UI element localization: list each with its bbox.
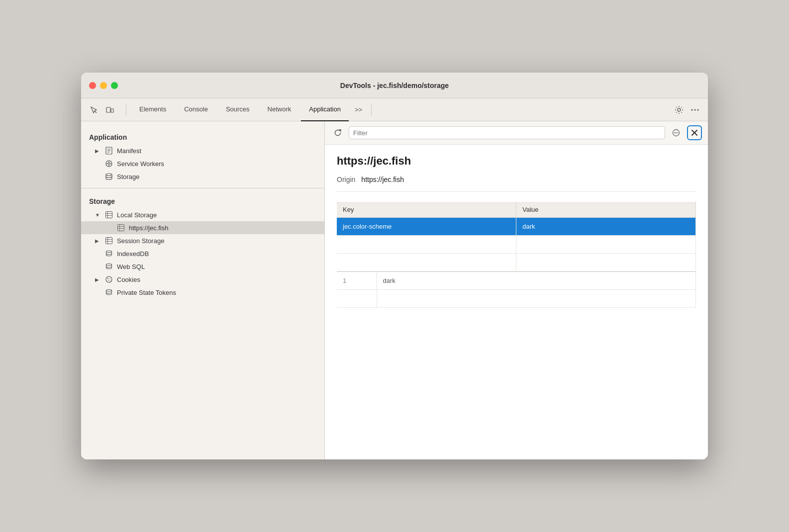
svg-point-4 [691,109,693,110]
service-workers-icon [105,160,113,168]
storage-table-body: jec.color-scheme dark [337,218,696,271]
sidebar-inner: Application ▶ Manifest [81,129,324,299]
svg-point-6 [697,109,699,110]
svg-point-12 [108,163,110,165]
toolbar-separator [126,104,126,116]
settings-btn[interactable] [672,103,686,117]
tab-console[interactable]: Console [176,98,216,121]
sidebar-item-storage-app[interactable]: ▶ Storage [81,170,324,183]
traffic-lights [89,82,118,89]
cookies-arrow: ▶ [95,277,101,282]
table-cell-empty [337,236,516,254]
tab-network[interactable]: Network [260,98,299,121]
sidebar-item-cookies[interactable]: ▶ Cookies [81,273,324,286]
svg-point-30 [106,251,112,253]
table-row-empty-1 [337,236,696,254]
minimize-traffic-light[interactable] [100,82,107,89]
tab-elements[interactable]: Elements [131,98,174,121]
local-storage-icon [105,211,113,219]
cookies-icon [105,275,113,283]
reload-icon [334,129,342,137]
svg-point-36 [109,280,110,281]
devtools-toolbar: Elements Console Sources Network Applica… [81,98,708,121]
main-area: Application ▶ Manifest [81,121,708,459]
local-storage-arrow: ▼ [95,212,101,218]
bottom-table-row: 1 dark [337,272,696,290]
tab-more[interactable]: >> [351,104,366,115]
table-cell-empty-3 [337,254,516,271]
sidebar-divider-1 [81,188,324,188]
filter-input[interactable] [349,126,665,139]
sidebar-item-local-storage[interactable]: ▼ Local Storage [81,208,324,221]
sidebar-item-local-storage-url[interactable]: ▶ https://jec.fish [81,221,324,234]
sidebar-item-private-state-tokens[interactable]: ▶ Private State Tokens [81,286,324,299]
bottom-detail-table: 1 dark [337,271,696,308]
origin-label: Origin [337,176,355,183]
reload-button[interactable] [331,126,345,140]
svg-rect-1 [106,107,110,112]
origin-title: https://jec.fish [337,155,696,168]
table-row[interactable]: jec.color-scheme dark [337,218,696,236]
close-traffic-light[interactable] [89,82,96,89]
storage-table: Key Value jec.color-scheme dark [337,202,696,271]
private-state-tokens-label: Private State Tokens [117,289,176,296]
table-row-empty-2 [337,254,696,271]
device-toggle-btn[interactable] [103,103,117,117]
manifest-arrow: ▶ [95,148,101,154]
title-bar: DevTools - jec.fish/demo/storage [81,73,708,98]
local-storage-url-label: https://jec.fish [129,224,168,232]
sidebar-item-web-sql[interactable]: ▶ Web SQL [81,260,324,273]
local-storage-label: Local Storage [117,211,157,219]
col-key-header: Key [337,202,516,218]
table-cell-value: dark [516,218,696,236]
sidebar: Application ▶ Manifest [81,121,325,459]
svg-point-31 [106,264,112,266]
toolbar-right [672,103,702,117]
close-icon [691,129,698,136]
window-title: DevTools - jec.fish/demo/storage [340,82,449,89]
toolbar-icons [87,103,117,117]
sidebar-item-indexeddb[interactable]: ▶ IndexedDB [81,247,324,260]
origin-row: Origin https://jec.fish [337,176,696,192]
toolbar-separator-2 [371,104,372,116]
cursor-icon-btn[interactable] [87,103,101,117]
bottom-index: 1 [337,272,377,290]
indexeddb-label: IndexedDB [117,250,149,258]
sidebar-item-manifest[interactable]: ▶ Manifest [81,144,324,157]
clear-filter-button[interactable] [669,126,683,140]
table-cell-key: jec.color-scheme [337,218,516,236]
svg-point-5 [694,109,696,110]
sidebar-item-session-storage[interactable]: ▶ Session Storage [81,234,324,247]
svg-point-32 [106,276,112,282]
content-body: https://jec.fish Origin https://jec.fish… [325,145,708,459]
more-options-btn[interactable] [688,103,702,117]
devtools-window: DevTools - jec.fish/demo/storage Element… [81,73,708,459]
service-workers-label: Service Workers [117,160,164,168]
storage-app-icon [105,173,113,180]
col-value-header: Value [516,202,696,218]
svg-line-0 [95,111,97,113]
table-cell-empty-4 [516,254,696,271]
fullscreen-traffic-light[interactable] [111,82,118,89]
svg-rect-26 [106,238,112,244]
content-area: https://jec.fish Origin https://jec.fish… [325,121,708,459]
svg-rect-2 [111,109,113,112]
indexeddb-icon [105,250,113,258]
tab-application[interactable]: Application [301,98,349,121]
bottom-table-body: 1 dark [337,272,696,308]
web-sql-label: Web SQL [117,263,145,270]
bottom-table-row-empty [337,290,696,308]
sidebar-item-service-workers[interactable]: ▶ Service Workers [81,157,324,170]
device-icon [106,106,114,114]
cookies-label: Cookies [117,276,140,283]
manifest-label: Manifest [117,147,141,155]
close-button[interactable] [687,125,702,140]
tab-sources[interactable]: Sources [218,98,258,121]
storage-app-label: Storage [117,173,140,180]
no-entry-icon [672,129,680,137]
svg-point-33 [107,278,108,279]
bottom-empty-1 [337,290,377,308]
table-cell-empty-2 [516,236,696,254]
session-storage-icon [105,237,113,245]
svg-point-34 [109,278,110,279]
